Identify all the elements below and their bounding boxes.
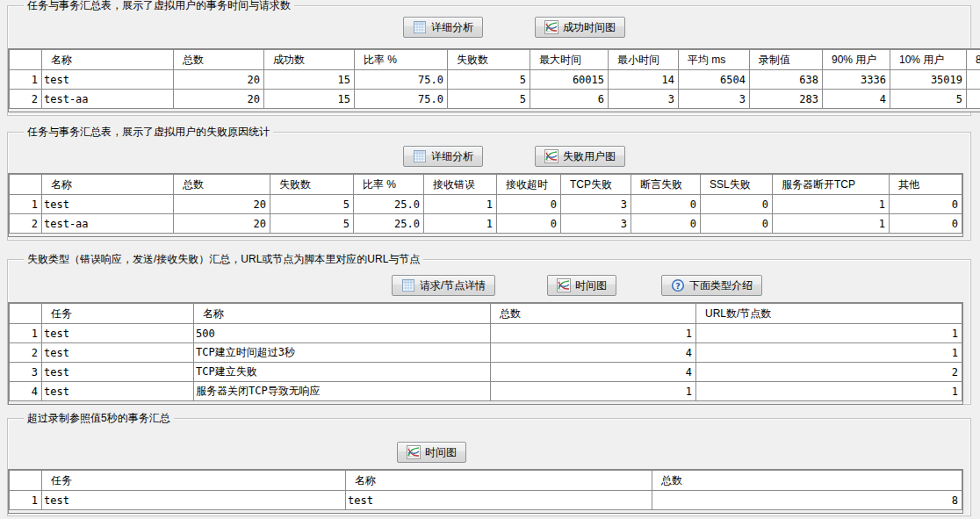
- table-cell[interactable]: 1: [491, 382, 696, 401]
- request-node-details-button[interactable]: 请求/节点详情: [392, 275, 495, 296]
- table-cell[interactable]: 0: [497, 214, 561, 234]
- column-header[interactable]: 接收超时: [497, 175, 561, 195]
- failed-users-chart-button[interactable]: 失败用户图: [535, 146, 625, 167]
- column-header[interactable]: 90% 用户: [823, 50, 890, 70]
- table-cell[interactable]: [967, 70, 980, 90]
- table-cell[interactable]: 75.0: [355, 70, 448, 90]
- column-header[interactable]: 名称: [346, 471, 652, 491]
- column-header[interactable]: 其他: [890, 175, 962, 195]
- column-header[interactable]: 接收错误: [424, 175, 497, 195]
- table-cell[interactable]: 5: [270, 214, 354, 234]
- table-cell[interactable]: 0: [890, 195, 962, 214]
- detail-analysis-button[interactable]: 详细分析: [403, 146, 483, 167]
- table-row[interactable]: 1testtest8: [10, 491, 962, 510]
- table-cell[interactable]: 283: [750, 90, 823, 109]
- column-header[interactable]: [10, 304, 42, 324]
- table-row[interactable]: 1test201575.0560015146504638333635019: [10, 70, 980, 90]
- table-cell[interactable]: 6504: [679, 70, 750, 90]
- column-header[interactable]: 失败数: [270, 175, 354, 195]
- table-cell[interactable]: 1: [696, 324, 962, 343]
- table-row[interactable]: 2testTCP建立时间超过3秒41: [10, 343, 962, 363]
- table-cell[interactable]: 1: [696, 343, 962, 363]
- row-number-cell[interactable]: 2: [10, 343, 42, 363]
- column-header[interactable]: 成功数: [264, 50, 355, 70]
- table-cell[interactable]: 5: [448, 70, 530, 90]
- table-cell[interactable]: 1: [696, 382, 962, 401]
- column-header[interactable]: 平均 ms: [679, 50, 750, 70]
- row-number-cell[interactable]: 1: [10, 324, 42, 343]
- row-number-cell[interactable]: 3: [10, 363, 42, 382]
- column-header[interactable]: TCP失败: [561, 175, 631, 195]
- column-header[interactable]: 名称: [42, 175, 174, 195]
- table-cell[interactable]: 500: [194, 324, 491, 343]
- table-cell[interactable]: 0: [701, 195, 773, 214]
- row-number-cell[interactable]: 4: [10, 382, 42, 401]
- success-time-chart-button[interactable]: 成功时间图: [535, 17, 625, 38]
- table-cell[interactable]: 1: [773, 195, 890, 214]
- table-cell[interactable]: 4: [823, 90, 890, 109]
- table-row[interactable]: 1test50011: [10, 324, 962, 343]
- table-cell[interactable]: 638: [750, 70, 823, 90]
- table-cell[interactable]: 20: [174, 214, 270, 234]
- table-cell[interactable]: test: [42, 70, 174, 90]
- table-cell[interactable]: 3: [679, 90, 750, 109]
- table-cell[interactable]: test: [42, 382, 194, 401]
- table-row[interactable]: 4test服务器关闭TCP导致无响应11: [10, 382, 962, 401]
- type-intro-button[interactable]: ? 下面类型介绍: [661, 275, 762, 296]
- table-cell[interactable]: 20: [174, 90, 264, 109]
- table-cell[interactable]: test: [42, 491, 346, 510]
- table-cell[interactable]: 20: [174, 195, 270, 214]
- table-cell[interactable]: 15: [264, 90, 355, 109]
- column-header[interactable]: 总数: [174, 50, 264, 70]
- column-header[interactable]: 录制值: [750, 50, 823, 70]
- table-cell[interactable]: 3: [609, 90, 679, 109]
- table-cell[interactable]: 5: [890, 90, 967, 109]
- column-header[interactable]: 名称: [194, 304, 491, 324]
- table-cell[interactable]: 1: [773, 214, 890, 234]
- column-header[interactable]: SSL失败: [701, 175, 773, 195]
- table-cell[interactable]: 25.0: [354, 214, 424, 234]
- table-cell[interactable]: 1: [424, 195, 497, 214]
- column-header[interactable]: 比率 %: [355, 50, 448, 70]
- column-header[interactable]: [10, 175, 42, 195]
- table-cell[interactable]: 20: [174, 70, 264, 90]
- column-header[interactable]: 总数: [652, 471, 962, 491]
- column-header[interactable]: 最小时间: [609, 50, 679, 70]
- table-cell[interactable]: 5: [270, 195, 354, 214]
- table-row[interactable]: 1test20525.01030010: [10, 195, 962, 214]
- row-number-cell[interactable]: 1: [10, 70, 42, 90]
- table-row[interactable]: 3testTCP建立失败42: [10, 363, 962, 382]
- table-cell[interactable]: 2: [696, 363, 962, 382]
- table-cell[interactable]: 6: [530, 90, 609, 109]
- column-header[interactable]: 名称: [42, 50, 174, 70]
- column-header[interactable]: 最大时间: [530, 50, 609, 70]
- time-chart-button[interactable]: 时间图: [397, 442, 466, 463]
- column-header[interactable]: [10, 471, 42, 491]
- table-cell[interactable]: [967, 90, 980, 109]
- table-cell[interactable]: test: [346, 491, 652, 510]
- table-cell[interactable]: 35019: [890, 70, 967, 90]
- column-header[interactable]: 8: [967, 50, 980, 70]
- table-cell[interactable]: 4: [491, 343, 696, 363]
- table-cell[interactable]: 75.0: [355, 90, 448, 109]
- table-cell[interactable]: 60015: [530, 70, 609, 90]
- table-cell[interactable]: 3: [561, 214, 631, 234]
- table-cell[interactable]: 3: [561, 195, 631, 214]
- row-number-cell[interactable]: 1: [10, 491, 42, 510]
- table-row[interactable]: 2test-aa201575.0563328345: [10, 90, 980, 109]
- column-header[interactable]: 总数: [174, 175, 270, 195]
- time-chart-button[interactable]: 时间图: [547, 275, 616, 296]
- table-cell[interactable]: 服务器关闭TCP导致无响应: [194, 382, 491, 401]
- row-number-cell[interactable]: 2: [10, 214, 42, 234]
- table-row[interactable]: 2test-aa20525.01030010: [10, 214, 962, 234]
- table-cell[interactable]: test: [42, 195, 174, 214]
- detail-analysis-button[interactable]: 详细分析: [403, 17, 483, 38]
- table-cell[interactable]: 15: [264, 70, 355, 90]
- table-cell[interactable]: 8: [652, 491, 962, 510]
- table-cell[interactable]: 0: [890, 214, 962, 234]
- table-cell[interactable]: 14: [609, 70, 679, 90]
- table-cell[interactable]: 3336: [823, 70, 890, 90]
- column-header[interactable]: 比率 %: [354, 175, 424, 195]
- row-number-cell[interactable]: 1: [10, 195, 42, 214]
- column-header[interactable]: 失败数: [448, 50, 530, 70]
